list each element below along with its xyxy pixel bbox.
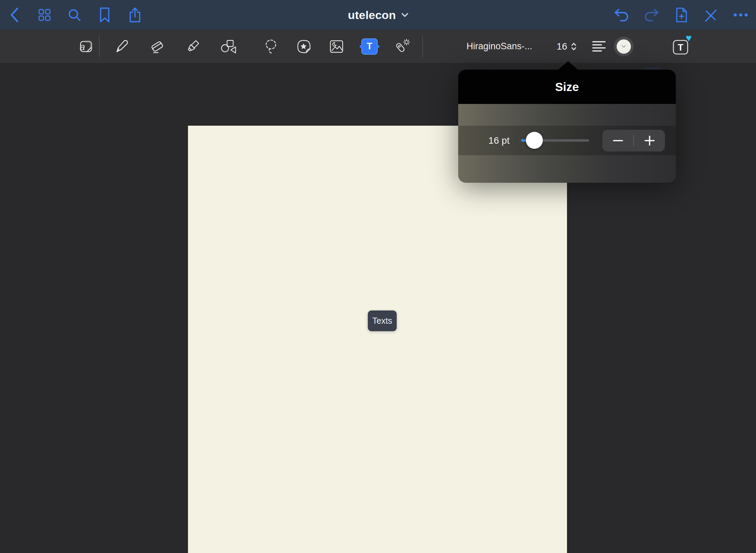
- highlighter-tool[interactable]: [183, 37, 202, 56]
- font-size-slider[interactable]: [521, 139, 589, 142]
- share-button[interactable]: [129, 7, 141, 23]
- toolbar-divider: [422, 36, 423, 57]
- minus-icon: [613, 140, 623, 141]
- undo-button[interactable]: [614, 8, 629, 22]
- popover-body: 16 pt: [458, 104, 676, 183]
- size-stepper: [602, 130, 665, 151]
- color-ring: [614, 37, 634, 56]
- back-button[interactable]: [10, 7, 19, 23]
- image-tool[interactable]: [327, 37, 346, 56]
- more-button[interactable]: [733, 13, 748, 17]
- popover-title: Size: [555, 80, 579, 94]
- more-icon: [733, 13, 748, 17]
- pen-tool[interactable]: [112, 37, 131, 56]
- pages-overview-button[interactable]: [38, 9, 51, 21]
- heart-icon: ♥: [686, 33, 692, 43]
- highlighter-tool-icon: [185, 39, 200, 54]
- page-canvas[interactable]: [188, 126, 567, 553]
- plus-icon: [644, 135, 655, 146]
- shapes-tool-icon: [220, 39, 237, 54]
- chevron-down-icon: [621, 45, 626, 48]
- laser-pointer-tool[interactable]: [393, 37, 412, 56]
- document-title: utelecon: [348, 8, 396, 22]
- font-button[interactable]: HiraginoSans-...: [456, 36, 543, 57]
- redo-icon: [644, 8, 659, 22]
- document-title-button[interactable]: utelecon: [323, 0, 433, 30]
- size-value-label: 16 pt: [479, 126, 519, 155]
- toolbar-divider: [99, 36, 100, 57]
- texts-label[interactable]: Texts: [368, 310, 397, 331]
- pages-grid-icon: [38, 9, 51, 21]
- text-color-button[interactable]: [614, 37, 634, 56]
- add-page-icon: [675, 7, 688, 23]
- share-icon: [129, 7, 141, 23]
- add-page-button[interactable]: [675, 7, 688, 23]
- zoom-window-tool[interactable]: a: [76, 37, 96, 56]
- zoom-window-tool-icon: a: [78, 39, 94, 54]
- elements-tool[interactable]: [294, 37, 313, 56]
- align-left-icon: [592, 41, 606, 52]
- pen-cross-button[interactable]: [704, 8, 718, 22]
- eraser-tool[interactable]: [148, 37, 167, 56]
- laser-pointer-tool-icon: [394, 39, 410, 54]
- back-icon: [10, 7, 19, 23]
- redo-button[interactable]: [644, 8, 659, 22]
- selection-handle: [360, 45, 362, 48]
- color-circle: [617, 39, 631, 54]
- selection-handle: [377, 45, 379, 48]
- svg-text:a: a: [79, 41, 85, 52]
- increase-size-button[interactable]: [634, 130, 665, 151]
- size-popover: Size 16 pt: [458, 70, 676, 183]
- bookmark-button[interactable]: [99, 7, 110, 23]
- svg-text:T: T: [678, 42, 684, 53]
- search-button[interactable]: [68, 8, 81, 22]
- elements-tool-icon: [296, 39, 312, 54]
- search-icon: [68, 8, 81, 22]
- slider-knob[interactable]: [526, 132, 543, 149]
- image-tool-icon: [329, 39, 344, 54]
- pen-cross-icon: [704, 8, 718, 22]
- text-align-button[interactable]: [592, 41, 606, 52]
- decrease-size-button[interactable]: [602, 130, 633, 151]
- text-tool[interactable]: T: [360, 37, 379, 56]
- up-down-chevron-icon: [571, 41, 577, 52]
- shapes-tool[interactable]: [219, 37, 238, 56]
- font-size-button[interactable]: 16: [551, 36, 583, 57]
- popover-header: Size: [458, 70, 676, 104]
- text-tool-icon: T: [361, 38, 378, 55]
- size-row: 16 pt: [458, 126, 676, 155]
- bookmark-icon: [99, 7, 110, 23]
- pen-tool-icon: [114, 39, 129, 54]
- favorite-text-style-button[interactable]: T ♥: [672, 38, 690, 55]
- editing-toolbar: a: [0, 30, 756, 63]
- lasso-tool-icon: [264, 39, 278, 54]
- font-size-value: 16: [556, 41, 567, 52]
- lasso-tool[interactable]: [262, 37, 281, 56]
- eraser-tool-icon: [149, 39, 165, 54]
- undo-icon: [614, 8, 629, 22]
- chevron-down-icon: [401, 13, 408, 17]
- top-navigation-bar: utelecon: [0, 0, 756, 30]
